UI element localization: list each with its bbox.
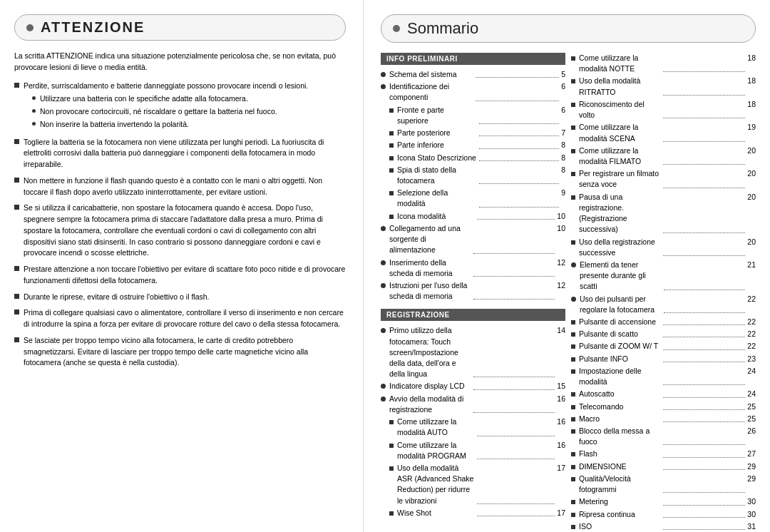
toc-entry-text: ISO <box>579 521 661 532</box>
toc-square-bullet-icon <box>389 420 394 424</box>
toc-entry: Uso della modalità ASR (Advanced Shake R… <box>381 463 565 506</box>
toc-entry-text: Parte posteriore <box>397 128 477 138</box>
toc-entry: Icona Stato Descrizione8 <box>381 153 565 163</box>
main-warning-list: Perdite, surriscaldamento e batterie dan… <box>14 81 346 369</box>
toc-entry: Per registrare un filmato senza voce20 <box>571 168 756 190</box>
toc-entry-text: Avvio della modalità di registrazione <box>389 394 471 415</box>
warning-item: Se si utilizza il caricabatterie, non sp… <box>14 203 346 259</box>
toc-page-number: 25 <box>747 401 756 412</box>
toc-dots <box>663 421 745 422</box>
toc-page-number: 20 <box>747 192 756 203</box>
toc-square-bullet-icon <box>571 126 575 130</box>
toc-dots <box>663 384 745 385</box>
toc-entry-text: Come utilizzare la modalità PROGRAM <box>397 440 475 461</box>
sub-list-item: Non inserire la batteria invertendo la p… <box>32 119 346 131</box>
toc-page-number: 12 <box>557 257 565 268</box>
toc-entry: Uso della modalità RITRATTO18 <box>571 76 756 97</box>
toc-entry: Parte inferiore8 <box>381 140 565 150</box>
toc-entry: Spia di stato della fotocamera8 <box>381 165 565 186</box>
toc-page-number: 17 <box>557 463 565 474</box>
toc-square-bullet-icon <box>571 149 575 153</box>
toc-entry-text: Pulsante INFO <box>579 354 661 364</box>
toc-entry-text: Impostazione delle modalità <box>579 366 661 387</box>
toc-entry-text: Pulsante di ZOOM W/ T <box>579 341 661 352</box>
square-bullet-icon <box>14 178 19 183</box>
dot-bullet-icon <box>32 109 36 113</box>
toc-dots <box>663 118 745 118</box>
toc-square-bullet-icon <box>571 332 575 337</box>
toc-dots <box>479 135 559 136</box>
toc-dots <box>663 337 745 337</box>
toc-square-bullet-icon <box>571 465 575 469</box>
toc-entry-text: Identificazione dei componenti <box>389 81 473 103</box>
toc-entry: Selezione della modalità9 <box>381 188 565 209</box>
toc-entry: Wise Shot17 <box>381 508 565 518</box>
toc-circle-bullet-icon <box>381 72 386 77</box>
toc-page-number: 18 <box>747 53 756 63</box>
toc-entry-text: Come utilizzare la modalità NOTTE <box>579 53 661 74</box>
toc-page-number: 18 <box>747 76 756 86</box>
toc-dots <box>476 77 560 78</box>
toc-square-bullet-icon <box>571 392 575 397</box>
toc-dots <box>473 389 555 390</box>
toc-page-number: 12 <box>557 280 565 291</box>
warning-item: Durante le riprese, evitare di ostruire … <box>14 292 346 303</box>
toc-page-number: 26 <box>747 426 756 436</box>
toc-page-number: 9 <box>561 188 565 198</box>
toc-page-number: 22 <box>747 341 756 352</box>
toc-dots <box>664 312 746 313</box>
square-bullet-icon <box>14 205 19 210</box>
toc-page-number: 16 <box>557 416 565 427</box>
toc-entry: Impostazione delle modalità24 <box>571 366 756 387</box>
toc-dots <box>477 459 555 459</box>
toc-square-bullet-icon <box>389 156 394 160</box>
toc-dots <box>664 290 746 290</box>
warning-item: Togliere la batteria se la fotocamera no… <box>14 137 346 170</box>
square-bullet-icon <box>14 139 19 144</box>
toc-page-number: 10 <box>557 223 565 234</box>
toc-square-bullet-icon <box>571 417 575 421</box>
toc-page-number: 29 <box>747 474 756 484</box>
toc-circle-bullet-icon <box>381 397 386 401</box>
toc-entry: Come utilizzare la modalità AUTO16 <box>381 416 565 438</box>
toc-circle-bullet-icon <box>381 328 386 333</box>
square-bullet-icon <box>14 83 19 88</box>
toc-entry-text: Flash <box>579 449 661 459</box>
toc-entry: Identificazione dei componenti6 <box>381 81 565 103</box>
toc-page-number: 20 <box>747 168 756 179</box>
toc-page-number: 7 <box>561 128 565 138</box>
toc-entry: Icona modalità10 <box>381 211 565 222</box>
toc-page-number: 16 <box>557 440 565 451</box>
toc-dots <box>479 160 559 161</box>
toc-square-bullet-icon <box>571 344 575 349</box>
toc-dots <box>663 457 745 458</box>
toc-page-number: 20 <box>747 237 756 247</box>
toc-entry: Collegamento ad una sorgente di alimenta… <box>381 223 565 256</box>
toc-dots <box>663 324 745 325</box>
toc-square-bullet-icon <box>571 320 575 324</box>
sommario-bullet <box>393 25 400 32</box>
toc-dots <box>479 183 559 184</box>
toc-entry: Primo utilizzo della fotocamera: Touch s… <box>381 325 565 379</box>
toc-page-number: 31 <box>747 521 756 532</box>
toc-entry: Uso dei pulsanti per regolare la fotocam… <box>571 294 756 315</box>
toc-entry-text: Icona Stato Descrizione <box>397 153 477 163</box>
toc-entry-text: Blocco della messa a fuoco <box>579 426 661 447</box>
toc-page-number: 20 <box>747 145 756 156</box>
toc-square-bullet-icon <box>571 172 575 176</box>
intro-text: La scritta ATTENZIONE indica una situazi… <box>14 51 346 73</box>
toc-dots <box>663 349 745 350</box>
toc-entry: Autoscatto24 <box>571 389 756 399</box>
toc-square-bullet-icon <box>389 108 394 113</box>
toc-section: Schema del sistema5Identificazione dei c… <box>381 69 565 302</box>
toc-page-number: 22 <box>747 294 756 305</box>
toc-entry: Indicatore display LCD15 <box>381 381 565 392</box>
warning-item: Prima di collegare qualsiasi cavo o alim… <box>14 307 346 330</box>
header-bullet <box>26 24 34 31</box>
toc-entry-text: Fronte e parte superiore <box>397 105 477 126</box>
toc-dots <box>663 232 745 233</box>
toc-page-number: 23 <box>747 354 756 364</box>
toc-square-bullet-icon <box>571 79 575 83</box>
dot-bullet-icon <box>32 122 36 126</box>
toc-dots <box>663 362 745 362</box>
